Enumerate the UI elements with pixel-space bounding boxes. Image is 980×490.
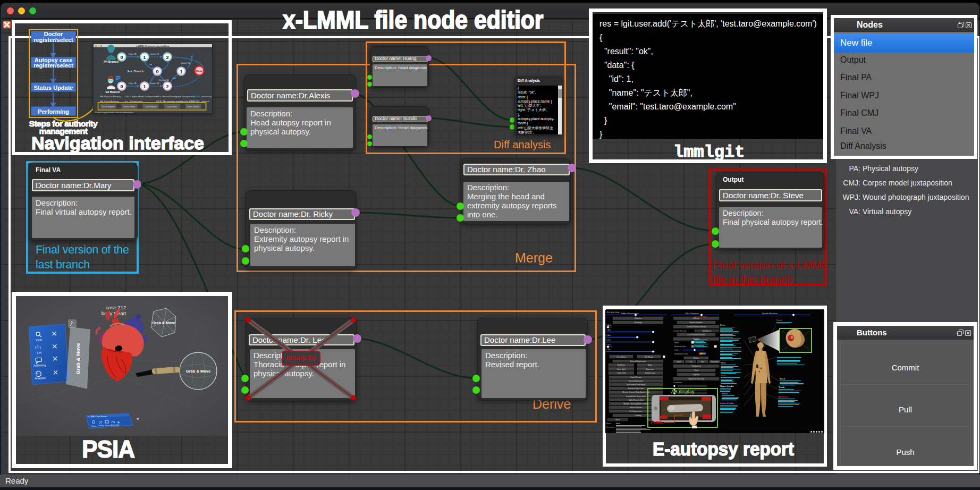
svg-text:Loading: Loading: [635, 415, 641, 417]
svg-text:Exit: Exit: [117, 424, 120, 426]
svg-text:Translation :: Translation :: [673, 382, 683, 384]
svg-text:Doctor Select: Doctor Select: [124, 106, 136, 108]
svg-text:Logistics: Logistics: [693, 374, 700, 376]
svg-text:Grab & Move: Grab & Move: [186, 369, 210, 374]
svg-text:2: 2: [166, 84, 168, 89]
svg-text:Width: Width: [674, 342, 679, 344]
svg-text:CMJ: CMJ: [172, 78, 176, 80]
svg-text:Begin VA: Begin VA: [129, 82, 137, 85]
svg-text:Rendering Size: Rendering Size: [674, 345, 686, 348]
svg-text:Grading: Grading: [98, 425, 104, 427]
svg-text:Back: Back: [648, 364, 652, 366]
svg-text:Free Reset: Free Reset: [617, 356, 626, 358]
svg-text:Midright Checking Bodies Sampl: Midright Checking Bodies Sample: [623, 403, 648, 405]
svg-text:Choose Best Seed Figure: Choose Best Seed Figure: [627, 384, 646, 386]
svg-text:Doctor Register: Doctor Register: [102, 106, 115, 108]
svg-text:Camera: Camera: [635, 317, 641, 319]
svg-text:Jux. Branch: Jux. Branch: [127, 70, 144, 73]
svg-text:Authoring: Authoring: [33, 364, 46, 367]
svg-text:CMJ: Corpse Model Juxtapositio: CMJ: Corpse Model Juxtaposition: [124, 95, 158, 98]
svg-text:View: View: [36, 338, 42, 341]
svg-text:case:212: case:212: [106, 305, 126, 310]
svg-text:Render Typedata: Render Typedata: [690, 322, 703, 324]
svg-text:Background Color: Background Color: [674, 353, 688, 355]
svg-text:Please register/select doctor: Please register/select doctor informatio…: [95, 111, 133, 114]
svg-text:Update PA: Update PA: [150, 53, 159, 55]
svg-text:VA: Virtual Autopsy: VA: Virtual Autopsy: [100, 100, 119, 103]
svg-text:Z-Axis: Z-Axis: [606, 334, 611, 336]
svg-text:LOD: LOD: [674, 349, 678, 351]
svg-text:Marker: Marker: [694, 357, 699, 359]
svg-text:Name:: Name:: [606, 423, 612, 425]
svg-text:Grouping: Grouping: [635, 322, 642, 324]
svg-text:+Tet: +Tet: [689, 361, 692, 363]
svg-text:body:Heart: body:Heart: [102, 310, 126, 316]
svg-text:Description:: Description:: [606, 426, 615, 428]
svg-text:VA Branch: VA Branch: [105, 90, 120, 94]
svg-text:PA: Physical Autopsy: PA: Physical Autopsy: [100, 95, 121, 98]
svg-text:Interior Direction: Interior Direction: [630, 407, 642, 409]
svg-text:Hidden Measurement: Hidden Measurement: [621, 312, 638, 315]
svg-text:Transfer Function: Transfer Function: [673, 330, 687, 332]
svg-text:Status Update: Status Update: [187, 106, 199, 108]
svg-text:Speede Movement: Speede Movement: [762, 312, 778, 315]
svg-text:Case Select: Case Select: [167, 106, 177, 108]
svg-text:X-Rot: X-Rot: [606, 339, 611, 341]
svg-text:BelTable.tcf: BelTable.tcf: [703, 330, 712, 332]
svg-text:PA Branch: PA Branch: [104, 60, 119, 63]
svg-text:X-Axis: X-Axis: [606, 324, 612, 326]
svg-text:Transfer Function Wizard: Transfer Function Wizard: [687, 326, 706, 328]
svg-text:Assembled or Interp Seed: Assembled or Interp Seed: [627, 395, 646, 398]
svg-text:Load Transfer Function: Load Transfer Function: [688, 334, 705, 336]
svg-text:Lower Limb: Lower Limb: [617, 372, 626, 374]
svg-text:Set Shape: Set Shape: [645, 356, 653, 358]
svg-text:Office Temperant: Office Temperant: [685, 312, 699, 315]
svg-text:Internal Registration: Internal Registration: [629, 380, 644, 382]
svg-text:0: 0: [120, 55, 123, 60]
svg-text:Case Register: Case Register: [145, 106, 157, 108]
svg-text:External Registration: External Registration: [630, 360, 646, 362]
svg-text:0: 0: [120, 84, 123, 89]
svg-text:1: 1: [143, 55, 146, 60]
svg-text:List: List: [37, 351, 41, 354]
svg-text:File Edit Help: File Edit Help: [607, 311, 620, 314]
svg-text:Mesure: Between Body Speech Lo: Mesure: Between Body Speech Lotal: [622, 391, 649, 393]
svg-text:VA: VA: [149, 64, 152, 66]
svg-text:Supervisor: Supervisor: [646, 368, 654, 370]
svg-text:Z-Rot: Z-Rot: [606, 349, 611, 351]
svg-text:WPJ: Wound Photograph Juxtapos: WPJ: Wound Photograph Juxtaposition: [156, 95, 195, 98]
svg-text:Tablet Electron Seal: Tablet Electron Seal: [629, 399, 644, 401]
svg-text:Appearance Visually: Appearance Visually: [688, 378, 704, 380]
svg-text:Update VA: Update VA: [150, 82, 159, 85]
svg-text:Grab & Move: Grab & Move: [152, 321, 175, 325]
svg-text:Skull Face: Skull Face: [618, 364, 626, 366]
svg-text:Windowing: Windowing: [692, 365, 701, 367]
svg-text:Smart-Mol: Smart-Mol: [711, 361, 719, 363]
svg-text:0: 0: [156, 69, 158, 74]
svg-text:Sample Case: Sample Case: [645, 372, 655, 374]
svg-text:2: 2: [166, 55, 168, 60]
svg-text:Analysis: Analysis: [35, 376, 46, 380]
svg-text:Head: Head: [616, 423, 620, 425]
svg-text:Y-Rot: Y-Rot: [606, 344, 611, 346]
svg-text:Organs/deleted: Organs/deleted: [694, 316, 706, 318]
svg-text:Head: Head: [615, 419, 620, 421]
svg-text:Grab & Move: Grab & Move: [75, 343, 81, 375]
svg-text:Review: Review: [91, 425, 97, 427]
svg-text:Overall Preview: Overall Preview: [630, 376, 642, 378]
svg-text:Annotate: Annotate: [111, 424, 117, 426]
svg-text:Skin: Skin: [701, 361, 704, 363]
svg-text:Update PA: Update PA: [181, 62, 190, 64]
svg-text:Revised VA: Revised VA: [159, 79, 169, 81]
svg-text:0,1,2: The version number of x: 0,1,2: The version number of x-LMML file: [156, 100, 200, 103]
svg-text:Pixel: Pixel: [695, 369, 698, 371]
svg-text:Insert: Insert: [677, 361, 681, 363]
svg-text:1: 1: [143, 84, 146, 89]
svg-text:optional: optional: [201, 100, 209, 103]
svg-text:1: 1: [180, 69, 182, 74]
svg-text:x-LMML Case Review: x-LMML Case Review: [88, 416, 107, 418]
svg-text:Measure: Measure: [105, 425, 111, 427]
svg-text:Formation Input Issue: Formation Input Issue: [628, 387, 644, 390]
svg-text:Begin PA: Begin PA: [129, 53, 137, 55]
svg-text:Fix Segmentation: Fix Segmentation: [629, 410, 642, 412]
